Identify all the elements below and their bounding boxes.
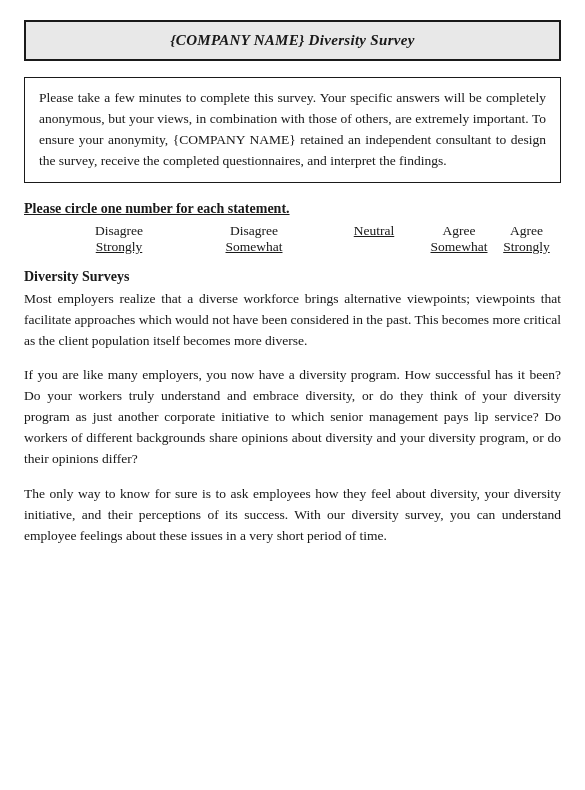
- scale-col-disagree-strongly: Disagree Strongly: [54, 223, 184, 255]
- paragraph-3: The only way to know for sure is to ask …: [24, 484, 561, 547]
- diversity-section-title: Diversity Surveys: [24, 269, 561, 285]
- intro-box: Please take a few minutes to complete th…: [24, 77, 561, 183]
- scale-bottom-5: Strongly: [503, 239, 550, 255]
- scale-col-agree-somewhat: Agree Somewhat: [424, 223, 494, 255]
- scale-bottom-3: Neutral: [354, 223, 394, 239]
- scale-section: Please circle one number for each statem…: [24, 201, 561, 255]
- scale-header-text: Please circle one number for each statem…: [24, 201, 290, 216]
- paragraph-2: If you are like many employers, you now …: [24, 365, 561, 470]
- scale-col-agree-strongly: Agree Strongly: [494, 223, 559, 255]
- scale-bottom-1: Strongly: [96, 239, 143, 255]
- scale-bottom-2: Somewhat: [226, 239, 283, 255]
- scale-col-neutral: Neutral: [324, 223, 424, 255]
- survey-title: {COMPANY NAME} Diversity Survey: [170, 32, 414, 48]
- scale-top-4: Agree: [443, 223, 476, 239]
- scale-top-2: Disagree: [230, 223, 278, 239]
- intro-text: Please take a few minutes to complete th…: [39, 90, 546, 168]
- scale-top-5: Agree: [510, 223, 543, 239]
- scale-top-1: Disagree: [95, 223, 143, 239]
- scale-col-disagree-somewhat: Disagree Somewhat: [184, 223, 324, 255]
- survey-title-box: {COMPANY NAME} Diversity Survey: [24, 20, 561, 61]
- scale-row: Disagree Strongly Disagree Somewhat Neut…: [54, 223, 561, 255]
- scale-bottom-4: Somewhat: [431, 239, 488, 255]
- paragraph-1: Most employers realize that a diverse wo…: [24, 289, 561, 352]
- scale-header: Please circle one number for each statem…: [24, 201, 561, 217]
